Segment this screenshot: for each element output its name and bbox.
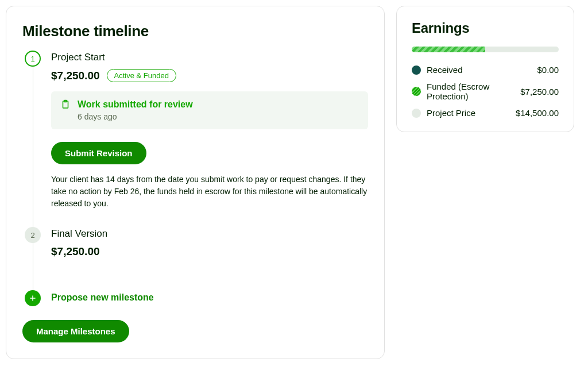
status-subtitle: 6 days ago — [78, 112, 193, 121]
milestone-amount-1: $7,250.00 — [51, 70, 100, 82]
milestone-item-1: 1 Project Start $7,250.00 Active & Funde… — [22, 51, 368, 227]
propose-milestone-link[interactable]: Propose new milestone — [51, 290, 154, 303]
timeline-connector — [33, 67, 33, 227]
earnings-card: Earnings Received $0.00 Funded (Escrow P… — [396, 6, 574, 132]
propose-milestone-item: Propose new milestone — [22, 290, 368, 303]
status-title: Work submitted for review — [78, 99, 193, 110]
milestone-amount-2: $7,250.00 — [51, 245, 100, 258]
earnings-label-funded: Funded (Escrow Protection) — [427, 82, 514, 101]
timeline-title: Milestone timeline — [22, 22, 368, 40]
milestone-item-2: 2 Final Version $7,250.00 — [22, 227, 368, 290]
earnings-value-price: $14,500.00 — [516, 108, 559, 118]
timeline-connector — [33, 243, 33, 290]
milestone-title-1: Project Start — [51, 51, 368, 63]
clipboard-icon — [60, 99, 71, 112]
earnings-label-received: Received — [427, 65, 531, 75]
earnings-progress-fill — [412, 47, 485, 52]
earnings-value-received: $0.00 — [537, 65, 559, 75]
earnings-row-funded: Funded (Escrow Protection) $7,250.00 — [412, 82, 559, 101]
earnings-label-price: Project Price — [427, 108, 510, 118]
earnings-row-price: Project Price $14,500.00 — [412, 108, 559, 118]
milestone-marker-2: 2 — [25, 227, 41, 243]
submit-revision-button[interactable]: Submit Revision — [51, 142, 146, 164]
earnings-value-funded: $7,250.00 — [520, 87, 559, 97]
manage-milestones-button[interactable]: Manage Milestones — [22, 320, 129, 342]
timeline: 1 Project Start $7,250.00 Active & Funde… — [22, 51, 368, 303]
plus-icon[interactable] — [25, 290, 41, 306]
earnings-progress-track — [412, 47, 559, 52]
milestone-status-chip: Active & Funded — [107, 69, 176, 82]
milestone-marker-1: 1 — [25, 51, 41, 67]
earnings-title: Earnings — [412, 20, 559, 36]
work-status-box: Work submitted for review 6 days ago — [51, 91, 368, 129]
escrow-info-text: Your client has 14 days from the date yo… — [51, 174, 368, 210]
dot-price-icon — [412, 109, 421, 118]
dot-received-icon — [412, 66, 421, 75]
earnings-row-received: Received $0.00 — [412, 65, 559, 75]
milestone-title-2: Final Version — [51, 227, 368, 240]
milestone-timeline-card: Milestone timeline 1 Project Start $7,25… — [6, 6, 385, 359]
dot-funded-icon — [412, 87, 421, 96]
